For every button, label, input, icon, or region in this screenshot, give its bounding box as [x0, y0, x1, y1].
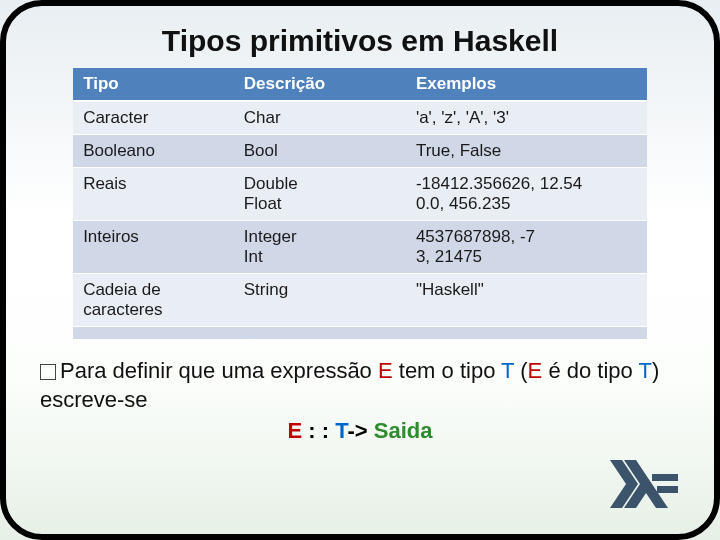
types-table: Tipo Descrição Exemplos Caracter Char 'a…	[73, 68, 647, 339]
cell: IntegerInt	[234, 221, 406, 274]
cell: Caracter	[73, 101, 234, 135]
table-row: Caracter Char 'a', 'z', 'A', '3'	[73, 101, 647, 135]
th-tipo: Tipo	[73, 68, 234, 101]
cell: DoubleFloat	[234, 168, 406, 221]
expr-E: E	[378, 358, 393, 383]
cell: Reais	[73, 168, 234, 221]
th-exemplos: Exemplos	[406, 68, 647, 101]
cell: Bool	[234, 135, 406, 168]
table-header-row: Tipo Descrição Exemplos	[73, 68, 647, 101]
th-descricao: Descrição	[234, 68, 406, 101]
text: (	[514, 358, 527, 383]
type-T: T	[501, 358, 514, 383]
text: é do tipo	[542, 358, 638, 383]
type-expression: E : : T-> Saida	[34, 418, 686, 444]
output-label: Saida	[374, 418, 433, 443]
type-T: T	[335, 418, 347, 443]
cell	[406, 327, 647, 340]
cell: 'a', 'z', 'A', '3'	[406, 101, 647, 135]
table-row: Reais DoubleFloat -18412.356626, 12.540.…	[73, 168, 647, 221]
bullet-box-icon	[40, 364, 56, 380]
expr-E: E	[288, 418, 303, 443]
cell: True, False	[406, 135, 647, 168]
cell: Cadeia de caracteres	[73, 274, 234, 327]
cell	[73, 327, 234, 340]
text: : :	[302, 418, 335, 443]
haskell-logo-icon	[610, 460, 680, 512]
cell: Char	[234, 101, 406, 135]
text: tem o tipo	[393, 358, 501, 383]
svg-rect-3	[657, 486, 678, 493]
cell: Booleano	[73, 135, 234, 168]
cell	[234, 327, 406, 340]
expr-E: E	[528, 358, 543, 383]
table-row: Booleano Bool True, False	[73, 135, 647, 168]
cell: String	[234, 274, 406, 327]
table-row: Cadeia de caracteres String "Haskell"	[73, 274, 647, 327]
table-row	[73, 327, 647, 340]
text: Para definir que uma expressão	[60, 358, 378, 383]
table-row: Inteiros IntegerInt 4537687898, -73, 214…	[73, 221, 647, 274]
text: ->	[347, 418, 373, 443]
cell: Inteiros	[73, 221, 234, 274]
cell: -18412.356626, 12.540.0, 456.235	[406, 168, 647, 221]
type-T: T	[639, 358, 652, 383]
svg-rect-2	[652, 474, 678, 481]
cell: "Haskell"	[406, 274, 647, 327]
cell: 4537687898, -73, 21475	[406, 221, 647, 274]
definition-paragraph: Para definir que uma expressão E tem o t…	[40, 357, 680, 414]
page-title: Tipos primitivos em Haskell	[34, 24, 686, 58]
